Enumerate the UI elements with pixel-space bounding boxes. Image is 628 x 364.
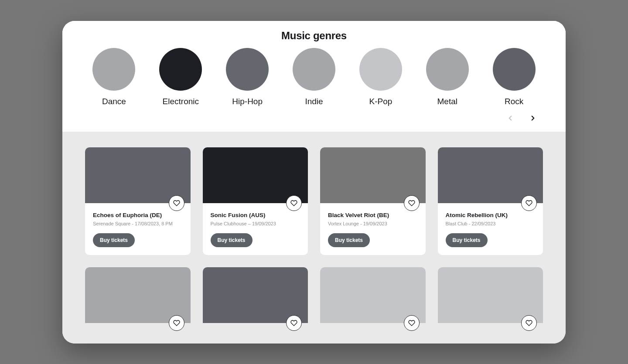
event-image [438, 267, 543, 323]
genre-dance[interactable]: Dance [83, 48, 145, 106]
genre-circle [359, 48, 402, 91]
genre-row: Dance Electronic Hip-Hop Indie K-Pop Met… [81, 48, 547, 106]
genre-circle [92, 48, 135, 91]
event-card [320, 267, 426, 323]
event-card: Black Velvet Riot (BE) Vortex Lounge - 1… [320, 147, 426, 255]
event-meta: Pulse Clubhouse – 19/09/2023 [211, 221, 300, 226]
carousel-nav [81, 106, 547, 124]
heart-icon [526, 200, 532, 207]
genre-circle [226, 48, 269, 91]
genre-label: Metal [437, 97, 457, 106]
favorite-button[interactable] [521, 195, 537, 211]
event-image [85, 267, 191, 323]
favorite-button[interactable] [404, 195, 420, 211]
genre-hiphop[interactable]: Hip-Hop [217, 48, 278, 106]
app-panel: Music genres Dance Electronic Hip-Hop In… [62, 21, 566, 344]
event-meta: Blast Club - 22/09/2023 [446, 221, 536, 226]
favorite-button[interactable] [169, 195, 184, 211]
event-title: Echoes of Euphoria (DE) [93, 212, 183, 218]
genre-kpop[interactable]: K-Pop [350, 48, 411, 106]
genre-metal[interactable]: Metal [416, 48, 478, 106]
event-body: Atomic Rebellion (UK) Blast Club - 22/09… [438, 203, 543, 255]
genres-section: Music genres Dance Electronic Hip-Hop In… [62, 21, 566, 132]
favorite-button[interactable] [286, 195, 302, 211]
event-image [203, 267, 308, 323]
heart-icon [526, 320, 532, 327]
buy-tickets-button[interactable]: Buy tickets [328, 233, 370, 247]
event-meta: Serenade Square - 17/08/2023, 8 PM [93, 221, 183, 226]
genre-label: K-Pop [369, 97, 392, 106]
event-title: Sonic Fusion (AUS) [211, 212, 300, 218]
buy-tickets-button[interactable]: Buy tickets [93, 233, 135, 247]
chevron-left-icon[interactable] [505, 112, 516, 124]
event-body: Black Velvet Riot (BE) Vortex Lounge - 1… [320, 203, 426, 255]
event-card [85, 267, 191, 323]
event-card [438, 267, 543, 323]
heart-icon [173, 200, 180, 207]
favorite-button[interactable] [169, 315, 184, 331]
event-image-wrap [438, 267, 543, 323]
event-image [320, 147, 426, 203]
heart-icon [290, 200, 297, 207]
favorite-button[interactable] [286, 315, 302, 331]
event-image [320, 267, 426, 323]
event-image-wrap [320, 147, 426, 203]
genre-label: Hip-Hop [232, 97, 263, 106]
heart-icon [173, 320, 180, 327]
genre-label: Dance [102, 97, 126, 106]
genre-indie[interactable]: Indie [283, 48, 345, 106]
favorite-button[interactable] [521, 315, 537, 331]
event-title: Black Velvet Riot (BE) [328, 212, 418, 218]
heart-icon [408, 320, 415, 327]
genre-circle [293, 48, 335, 91]
page-title: Music genres [81, 30, 547, 42]
buy-tickets-button[interactable]: Buy tickets [446, 233, 488, 247]
chevron-right-icon[interactable] [527, 112, 539, 124]
buy-tickets-button[interactable]: Buy tickets [211, 233, 253, 247]
event-body: Echoes of Euphoria (DE) Serenade Square … [85, 203, 191, 255]
event-image [203, 147, 308, 203]
heart-icon [290, 320, 297, 327]
favorite-button[interactable] [404, 315, 420, 331]
event-card: Echoes of Euphoria (DE) Serenade Square … [85, 147, 191, 255]
event-card: Atomic Rebellion (UK) Blast Club - 22/09… [438, 147, 543, 255]
event-image-wrap [203, 267, 308, 323]
genre-rock[interactable]: Rock [483, 48, 545, 106]
event-body: Sonic Fusion (AUS) Pulse Clubhouse – 19/… [203, 203, 308, 255]
event-card: Sonic Fusion (AUS) Pulse Clubhouse – 19/… [203, 147, 308, 255]
genre-circle [159, 48, 202, 91]
event-image [85, 147, 191, 203]
event-image-wrap [320, 267, 426, 323]
event-image-wrap [85, 147, 191, 203]
genre-label: Rock [505, 97, 523, 106]
events-section: Echoes of Euphoria (DE) Serenade Square … [62, 132, 566, 344]
event-image-wrap [203, 147, 308, 203]
event-card [203, 267, 308, 323]
event-image-wrap [85, 267, 191, 323]
heart-icon [408, 200, 415, 207]
event-title: Atomic Rebellion (UK) [446, 212, 536, 218]
event-image [438, 147, 543, 203]
event-meta: Vortex Lounge - 19/09/2023 [328, 221, 418, 226]
genre-circle [426, 48, 469, 91]
event-grid: Echoes of Euphoria (DE) Serenade Square … [85, 147, 543, 323]
event-image-wrap [438, 147, 543, 203]
genre-electronic[interactable]: Electronic [150, 48, 212, 106]
genre-label: Electronic [163, 97, 199, 106]
genre-circle [493, 48, 536, 91]
genre-label: Indie [305, 97, 323, 106]
